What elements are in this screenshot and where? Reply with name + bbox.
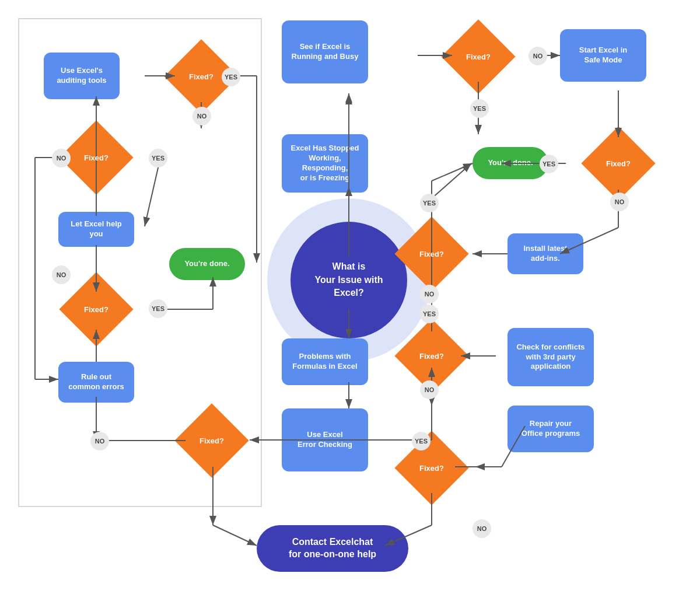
- no-left-bot-text: NO: [57, 271, 66, 278]
- yes-left-bot: YES: [149, 299, 167, 318]
- no-addins-text: NO: [425, 291, 435, 298]
- fixed-left-top-diamond: Fixed?: [175, 50, 228, 103]
- yes-conflicts: YES: [420, 305, 439, 323]
- yes-bottom-right: YES: [412, 432, 430, 450]
- flowchart: What is Your Issue with Excel? See if Ex…: [0, 0, 700, 594]
- no-final: NO: [473, 519, 491, 538]
- yes-addins: YES: [420, 194, 439, 212]
- center-label: What is Your Issue with Excel?: [314, 260, 383, 299]
- yes-left-top: YES: [222, 68, 240, 86]
- repair-office-box: Repair your Office programs: [508, 406, 594, 452]
- svg-line-47: [432, 163, 473, 181]
- no-label-top-right: NO: [528, 47, 547, 65]
- no-conflicts: NO: [420, 380, 439, 399]
- no-final-text: NO: [477, 525, 487, 532]
- install-addins-box: Install latest add-ins.: [508, 233, 583, 274]
- yes-left-top-text: YES: [225, 74, 237, 81]
- yes-top-right-text: YES: [473, 105, 486, 112]
- fixed-final-label: Fixed?: [419, 464, 444, 473]
- no-left-bot: NO: [52, 265, 71, 284]
- auditing-label: Use Excel's auditing tools: [57, 66, 106, 86]
- contact-excelchat-box: Contact Excelchat for one-on-one help: [257, 525, 408, 572]
- youre-done-1-label: You're done.: [488, 158, 533, 168]
- fixed-bottom-diamond: Fixed?: [186, 414, 238, 467]
- fixed-conflicts-label: Fixed?: [419, 352, 444, 361]
- yes-addins-text: YES: [423, 200, 436, 207]
- yes-conflicts-text: YES: [423, 310, 436, 317]
- fixed-left-top-label: Fixed?: [189, 72, 214, 81]
- yes-bottom-right-text: YES: [415, 438, 428, 445]
- yes-label-top-right: YES: [470, 99, 489, 118]
- fixed-top-right-label: Fixed?: [466, 53, 491, 61]
- youre-done-1-box: You're done.: [473, 147, 548, 179]
- center-circle-inner: What is Your Issue with Excel?: [290, 222, 407, 338]
- no-safe-mode-text: NO: [615, 198, 625, 205]
- yes-safe-mode: YES: [540, 155, 558, 173]
- excel-stopped-box: Excel Has Stopped Working, Responding, o…: [282, 134, 368, 193]
- start-safe-mode-box: Start Excel in Safe Mode: [560, 29, 646, 82]
- fixed-final-diamond: Fixed?: [405, 442, 458, 494]
- excel-stopped-label: Excel Has Stopped Working, Responding, o…: [289, 144, 361, 183]
- see-excel-running-box: See if Excel is Running and Busy: [282, 20, 368, 83]
- no-top-right-text: NO: [533, 53, 543, 60]
- use-error-checking-box: Use Excel Error Checking: [282, 408, 368, 471]
- let-excel-label: Let Excel help you: [65, 219, 127, 239]
- svg-line-26: [432, 163, 471, 198]
- no-left-mid-text: NO: [57, 155, 66, 162]
- see-excel-label: See if Excel is Running and Busy: [292, 42, 359, 62]
- no-conflicts-text: NO: [425, 386, 435, 393]
- svg-line-35: [145, 158, 160, 226]
- no-bottom-left: NO: [90, 432, 109, 450]
- fixed-top-right-diamond: Fixed?: [452, 30, 505, 83]
- svg-line-45: [213, 525, 257, 546]
- fixed-left-bot-label: Fixed?: [84, 305, 108, 314]
- fixed-left-mid-label: Fixed?: [84, 153, 108, 162]
- problems-formulas-box: Problems with Formulas in Excel: [282, 338, 368, 385]
- no-left-top-text: NO: [197, 113, 207, 120]
- youre-done-2-box: You're done.: [169, 248, 245, 280]
- safe-mode-label: Start Excel in Safe Mode: [579, 46, 627, 65]
- fixed-bottom-label: Fixed?: [200, 436, 224, 445]
- yes-left-mid-text: YES: [152, 155, 164, 162]
- fixed-left-mid-diamond: Fixed?: [70, 131, 123, 184]
- let-excel-help-box: Let Excel help you: [58, 212, 134, 247]
- no-left-top: NO: [192, 107, 211, 125]
- use-auditing-box: Use Excel's auditing tools: [44, 53, 120, 99]
- problems-formulas-label: Problems with Formulas in Excel: [292, 352, 357, 372]
- rule-out-errors-box: Rule out common errors: [58, 362, 134, 403]
- no-left-mid: NO: [52, 149, 71, 167]
- fixed-left-bot-diamond: Fixed?: [70, 283, 123, 336]
- rule-out-label: Rule out common errors: [68, 372, 124, 392]
- fixed-safe-mode-label: Fixed?: [606, 159, 631, 168]
- check-conflicts-label: Check for conflicts with 3rd party appli…: [516, 343, 584, 372]
- no-bottom-left-text: NO: [95, 438, 105, 445]
- no-safe-mode: NO: [610, 193, 629, 211]
- fixed-safe-mode-diamond: Fixed?: [592, 137, 645, 190]
- repair-office-label: Repair your Office programs: [522, 419, 580, 439]
- no-addins: NO: [420, 285, 439, 303]
- check-conflicts-box: Check for conflicts with 3rd party appli…: [508, 328, 594, 386]
- youre-done-2-label: You're done.: [184, 259, 229, 269]
- fixed-conflicts-diamond: Fixed?: [405, 330, 458, 382]
- fixed-addins-diamond: Fixed?: [405, 228, 458, 280]
- install-addins-label: Install latest add-ins.: [523, 244, 567, 264]
- yes-left-mid: YES: [149, 149, 167, 167]
- fixed-addins-label: Fixed?: [419, 250, 444, 258]
- yes-left-bot-text: YES: [152, 305, 164, 312]
- yes-safe-mode-text: YES: [542, 160, 555, 167]
- contact-label: Contact Excelchat for one-on-one help: [289, 536, 376, 561]
- error-checking-label: Use Excel Error Checking: [298, 430, 352, 450]
